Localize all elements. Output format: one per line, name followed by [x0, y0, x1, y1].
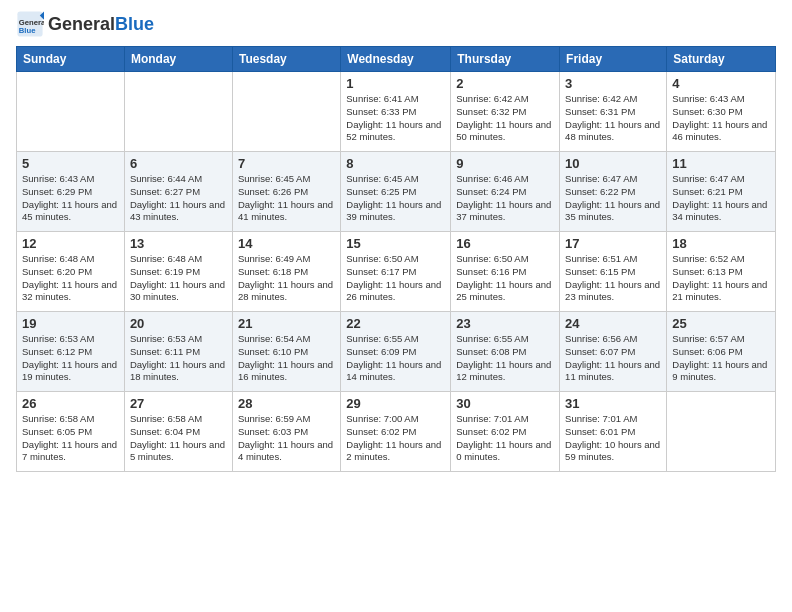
cell-w0-d0 [17, 72, 125, 152]
cell-w0-d1 [124, 72, 232, 152]
day-info: Sunrise: 6:44 AM Sunset: 6:27 PM Dayligh… [130, 173, 227, 224]
day-info: Sunrise: 6:52 AM Sunset: 6:13 PM Dayligh… [672, 253, 770, 304]
cell-w2-d5: 17Sunrise: 6:51 AM Sunset: 6:15 PM Dayli… [560, 232, 667, 312]
day-number: 12 [22, 236, 119, 251]
day-number: 24 [565, 316, 661, 331]
cell-w0-d5: 3Sunrise: 6:42 AM Sunset: 6:31 PM Daylig… [560, 72, 667, 152]
day-info: Sunrise: 6:50 AM Sunset: 6:16 PM Dayligh… [456, 253, 554, 304]
day-number: 25 [672, 316, 770, 331]
day-number: 3 [565, 76, 661, 91]
calendar-header-row: Sunday Monday Tuesday Wednesday Thursday… [17, 47, 776, 72]
day-number: 22 [346, 316, 445, 331]
cell-w4-d2: 28Sunrise: 6:59 AM Sunset: 6:03 PM Dayli… [232, 392, 340, 472]
logo-icon: General Blue [16, 10, 44, 38]
day-number: 26 [22, 396, 119, 411]
day-number: 28 [238, 396, 335, 411]
cell-w4-d1: 27Sunrise: 6:58 AM Sunset: 6:04 PM Dayli… [124, 392, 232, 472]
day-number: 9 [456, 156, 554, 171]
day-info: Sunrise: 6:55 AM Sunset: 6:09 PM Dayligh… [346, 333, 445, 384]
cell-w4-d0: 26Sunrise: 6:58 AM Sunset: 6:05 PM Dayli… [17, 392, 125, 472]
day-number: 30 [456, 396, 554, 411]
day-number: 27 [130, 396, 227, 411]
cell-w4-d5: 31Sunrise: 7:01 AM Sunset: 6:01 PM Dayli… [560, 392, 667, 472]
logo: General Blue General Blue [16, 10, 154, 38]
day-number: 5 [22, 156, 119, 171]
cell-w3-d3: 22Sunrise: 6:55 AM Sunset: 6:09 PM Dayli… [341, 312, 451, 392]
cell-w1-d5: 10Sunrise: 6:47 AM Sunset: 6:22 PM Dayli… [560, 152, 667, 232]
day-number: 6 [130, 156, 227, 171]
cell-w4-d4: 30Sunrise: 7:01 AM Sunset: 6:02 PM Dayli… [451, 392, 560, 472]
cell-w3-d5: 24Sunrise: 6:56 AM Sunset: 6:07 PM Dayli… [560, 312, 667, 392]
day-number: 10 [565, 156, 661, 171]
cell-w0-d2 [232, 72, 340, 152]
cell-w3-d6: 25Sunrise: 6:57 AM Sunset: 6:06 PM Dayli… [667, 312, 776, 392]
cell-w2-d2: 14Sunrise: 6:49 AM Sunset: 6:18 PM Dayli… [232, 232, 340, 312]
day-info: Sunrise: 6:45 AM Sunset: 6:25 PM Dayligh… [346, 173, 445, 224]
col-saturday: Saturday [667, 47, 776, 72]
cell-w0-d6: 4Sunrise: 6:43 AM Sunset: 6:30 PM Daylig… [667, 72, 776, 152]
day-info: Sunrise: 6:46 AM Sunset: 6:24 PM Dayligh… [456, 173, 554, 224]
day-info: Sunrise: 6:47 AM Sunset: 6:21 PM Dayligh… [672, 173, 770, 224]
day-info: Sunrise: 6:42 AM Sunset: 6:31 PM Dayligh… [565, 93, 661, 144]
day-info: Sunrise: 6:41 AM Sunset: 6:33 PM Dayligh… [346, 93, 445, 144]
day-number: 17 [565, 236, 661, 251]
day-info: Sunrise: 6:43 AM Sunset: 6:29 PM Dayligh… [22, 173, 119, 224]
week-row-4: 26Sunrise: 6:58 AM Sunset: 6:05 PM Dayli… [17, 392, 776, 472]
day-info: Sunrise: 6:51 AM Sunset: 6:15 PM Dayligh… [565, 253, 661, 304]
day-number: 2 [456, 76, 554, 91]
col-monday: Monday [124, 47, 232, 72]
day-info: Sunrise: 6:43 AM Sunset: 6:30 PM Dayligh… [672, 93, 770, 144]
day-number: 13 [130, 236, 227, 251]
calendar-table: Sunday Monday Tuesday Wednesday Thursday… [16, 46, 776, 472]
cell-w1-d2: 7Sunrise: 6:45 AM Sunset: 6:26 PM Daylig… [232, 152, 340, 232]
cell-w2-d1: 13Sunrise: 6:48 AM Sunset: 6:19 PM Dayli… [124, 232, 232, 312]
col-wednesday: Wednesday [341, 47, 451, 72]
col-thursday: Thursday [451, 47, 560, 72]
cell-w0-d3: 1Sunrise: 6:41 AM Sunset: 6:33 PM Daylig… [341, 72, 451, 152]
day-number: 8 [346, 156, 445, 171]
logo-text-block: General Blue [48, 14, 154, 35]
day-info: Sunrise: 6:54 AM Sunset: 6:10 PM Dayligh… [238, 333, 335, 384]
day-info: Sunrise: 6:58 AM Sunset: 6:05 PM Dayligh… [22, 413, 119, 464]
day-info: Sunrise: 6:58 AM Sunset: 6:04 PM Dayligh… [130, 413, 227, 464]
col-friday: Friday [560, 47, 667, 72]
week-row-0: 1Sunrise: 6:41 AM Sunset: 6:33 PM Daylig… [17, 72, 776, 152]
week-row-3: 19Sunrise: 6:53 AM Sunset: 6:12 PM Dayli… [17, 312, 776, 392]
day-number: 18 [672, 236, 770, 251]
day-info: Sunrise: 6:48 AM Sunset: 6:19 PM Dayligh… [130, 253, 227, 304]
day-number: 20 [130, 316, 227, 331]
day-info: Sunrise: 7:01 AM Sunset: 6:01 PM Dayligh… [565, 413, 661, 464]
week-row-2: 12Sunrise: 6:48 AM Sunset: 6:20 PM Dayli… [17, 232, 776, 312]
svg-text:Blue: Blue [19, 26, 36, 35]
cell-w2-d6: 18Sunrise: 6:52 AM Sunset: 6:13 PM Dayli… [667, 232, 776, 312]
header: General Blue General Blue [16, 10, 776, 38]
day-number: 1 [346, 76, 445, 91]
day-number: 4 [672, 76, 770, 91]
cell-w2-d0: 12Sunrise: 6:48 AM Sunset: 6:20 PM Dayli… [17, 232, 125, 312]
day-info: Sunrise: 6:47 AM Sunset: 6:22 PM Dayligh… [565, 173, 661, 224]
day-info: Sunrise: 6:55 AM Sunset: 6:08 PM Dayligh… [456, 333, 554, 384]
col-sunday: Sunday [17, 47, 125, 72]
day-info: Sunrise: 6:50 AM Sunset: 6:17 PM Dayligh… [346, 253, 445, 304]
cell-w3-d4: 23Sunrise: 6:55 AM Sunset: 6:08 PM Dayli… [451, 312, 560, 392]
cell-w2-d4: 16Sunrise: 6:50 AM Sunset: 6:16 PM Dayli… [451, 232, 560, 312]
cell-w4-d6 [667, 392, 776, 472]
day-info: Sunrise: 6:45 AM Sunset: 6:26 PM Dayligh… [238, 173, 335, 224]
day-number: 31 [565, 396, 661, 411]
col-tuesday: Tuesday [232, 47, 340, 72]
day-number: 29 [346, 396, 445, 411]
day-number: 23 [456, 316, 554, 331]
day-info: Sunrise: 6:42 AM Sunset: 6:32 PM Dayligh… [456, 93, 554, 144]
day-number: 7 [238, 156, 335, 171]
cell-w3-d2: 21Sunrise: 6:54 AM Sunset: 6:10 PM Dayli… [232, 312, 340, 392]
cell-w3-d0: 19Sunrise: 6:53 AM Sunset: 6:12 PM Dayli… [17, 312, 125, 392]
day-number: 16 [456, 236, 554, 251]
week-row-1: 5Sunrise: 6:43 AM Sunset: 6:29 PM Daylig… [17, 152, 776, 232]
cell-w2-d3: 15Sunrise: 6:50 AM Sunset: 6:17 PM Dayli… [341, 232, 451, 312]
cell-w1-d6: 11Sunrise: 6:47 AM Sunset: 6:21 PM Dayli… [667, 152, 776, 232]
cell-w3-d1: 20Sunrise: 6:53 AM Sunset: 6:11 PM Dayli… [124, 312, 232, 392]
day-info: Sunrise: 7:01 AM Sunset: 6:02 PM Dayligh… [456, 413, 554, 464]
day-info: Sunrise: 7:00 AM Sunset: 6:02 PM Dayligh… [346, 413, 445, 464]
day-number: 11 [672, 156, 770, 171]
day-info: Sunrise: 6:53 AM Sunset: 6:11 PM Dayligh… [130, 333, 227, 384]
